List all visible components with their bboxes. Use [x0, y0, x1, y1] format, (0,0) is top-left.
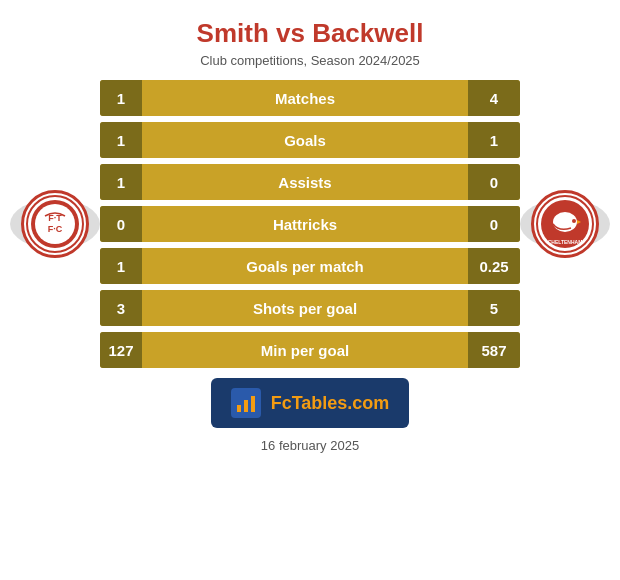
- stat-row: 3 Shots per goal 5: [100, 290, 520, 326]
- fctables-icon: [231, 388, 261, 418]
- right-logo-circle: CHELTENHAM: [531, 190, 599, 258]
- stat-label: Shots per goal: [142, 300, 468, 317]
- stat-right-value: 4: [468, 80, 520, 116]
- stat-right-value: 1: [468, 122, 520, 158]
- stat-right-value: 0.25: [468, 248, 520, 284]
- stat-label: Goals: [142, 132, 468, 149]
- left-logo-circle: F·T F·C: [21, 190, 89, 258]
- bar-chart-icon: [234, 391, 258, 415]
- svg-text:CHELTENHAM: CHELTENHAM: [548, 239, 583, 245]
- stat-left-value: 1: [100, 122, 142, 158]
- stat-label: Assists: [142, 174, 468, 191]
- stat-left-value: 3: [100, 290, 142, 326]
- match-title: Smith vs Backwell: [197, 18, 424, 49]
- fleetwood-logo-svg: F·T F·C: [25, 194, 85, 254]
- fctables-text: FcTables.com: [271, 393, 390, 414]
- stat-row: 1 Assists 0: [100, 164, 520, 200]
- stat-label: Hattricks: [142, 216, 468, 233]
- stat-left-value: 0: [100, 206, 142, 242]
- left-logo-oval: F·T F·C: [10, 199, 100, 249]
- stat-row: 127 Min per goal 587: [100, 332, 520, 368]
- svg-text:F·C: F·C: [48, 224, 63, 234]
- stat-left-value: 127: [100, 332, 142, 368]
- footer-date: 16 february 2025: [261, 438, 359, 453]
- stat-row: 1 Goals 1: [100, 122, 520, 158]
- stat-row: 1 Matches 4: [100, 80, 520, 116]
- fctables-tables: Tables.com: [292, 393, 390, 413]
- stats-container: 1 Matches 4 1 Goals 1 1 Assists 0 0 Hatt…: [100, 80, 520, 368]
- main-content: F·T F·C 1 Matches 4 1 Goals 1 1 Assists …: [0, 80, 620, 368]
- match-subtitle: Club competitions, Season 2024/2025: [197, 53, 424, 68]
- stat-right-value: 0: [468, 164, 520, 200]
- svg-point-9: [572, 219, 576, 223]
- fctables-banner[interactable]: FcTables.com: [211, 378, 410, 428]
- svg-rect-11: [237, 405, 241, 412]
- stat-row: 1 Goals per match 0.25: [100, 248, 520, 284]
- left-club-logo: F·T F·C: [10, 199, 100, 249]
- stat-right-value: 5: [468, 290, 520, 326]
- stat-right-value: 0: [468, 206, 520, 242]
- right-logo-oval: CHELTENHAM: [520, 199, 610, 249]
- stat-left-value: 1: [100, 164, 142, 200]
- stat-right-value: 587: [468, 332, 520, 368]
- cheltenham-logo-svg: CHELTENHAM: [535, 194, 595, 254]
- svg-rect-12: [244, 400, 248, 412]
- right-club-logo: CHELTENHAM: [520, 199, 610, 249]
- svg-rect-13: [251, 396, 255, 412]
- stat-label: Goals per match: [142, 258, 468, 275]
- stat-left-value: 1: [100, 248, 142, 284]
- stat-label: Min per goal: [142, 342, 468, 359]
- header: Smith vs Backwell Club competitions, Sea…: [177, 0, 444, 76]
- stat-row: 0 Hattricks 0: [100, 206, 520, 242]
- stat-label: Matches: [142, 90, 468, 107]
- stat-left-value: 1: [100, 80, 142, 116]
- fctables-fc: Fc: [271, 393, 292, 413]
